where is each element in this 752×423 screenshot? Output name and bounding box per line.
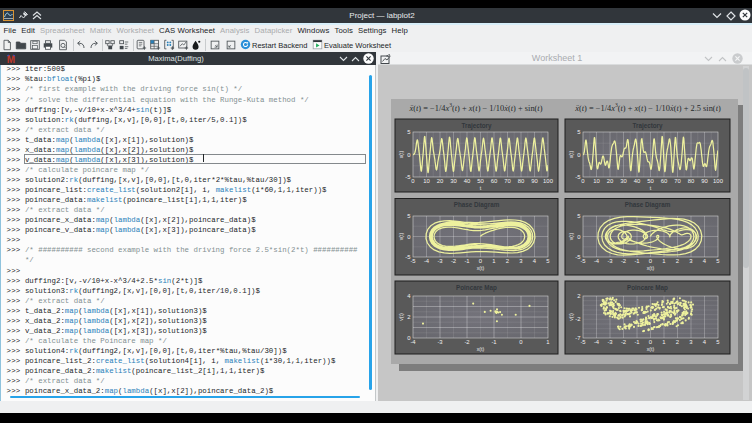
svg-text:-4: -4	[594, 258, 600, 264]
svg-text:-1: -1	[634, 258, 639, 264]
svg-text:100: 100	[713, 178, 724, 184]
svg-text:-1: -1	[491, 339, 496, 345]
svg-text:x(t): x(t)	[477, 265, 485, 271]
svg-text:2: 2	[407, 314, 410, 320]
svg-text:-3: -3	[437, 258, 443, 264]
svg-text:-2: -2	[621, 339, 626, 345]
svg-text:-5: -5	[405, 174, 411, 180]
svg-text:-4: -4	[410, 339, 416, 345]
svg-text:-2: -2	[464, 339, 469, 345]
svg-text:-5: -5	[580, 258, 586, 264]
svg-text:Trajectory: Trajectory	[461, 122, 492, 130]
svg-text:-3: -3	[607, 258, 613, 264]
svg-text:70: 70	[674, 178, 681, 184]
svg-text:Poincare Map: Poincare Map	[456, 284, 497, 292]
svg-text:1: 1	[662, 339, 665, 345]
svg-text:v(t): v(t)	[398, 313, 404, 321]
svg-text:2: 2	[676, 258, 679, 264]
svg-text:2: 2	[506, 258, 509, 264]
svg-text:x(t): x(t)	[398, 150, 404, 158]
svg-text:10: 10	[423, 178, 430, 184]
svg-text:1: 1	[492, 258, 495, 264]
svg-text:2: 2	[577, 293, 580, 299]
svg-text:60: 60	[661, 178, 668, 184]
svg-text:-1: -1	[634, 339, 639, 345]
svg-text:70: 70	[504, 178, 511, 184]
svg-text:-5: -5	[410, 258, 416, 264]
svg-text:-5: -5	[405, 254, 411, 260]
svg-text:-3: -3	[437, 339, 443, 345]
svg-text:-4: -4	[424, 258, 430, 264]
svg-text:80: 80	[518, 178, 525, 184]
svg-text:Phase Diagram: Phase Diagram	[454, 201, 500, 209]
svg-text:2: 2	[676, 339, 679, 345]
svg-text:-5: -5	[580, 339, 586, 345]
svg-text:30: 30	[450, 178, 457, 184]
svg-text:-2: -2	[451, 258, 456, 264]
svg-text:x(t): x(t)	[568, 150, 574, 158]
svg-text:Trajectory: Trajectory	[632, 122, 663, 130]
svg-text:90: 90	[701, 178, 708, 184]
svg-text:1: 1	[546, 339, 549, 345]
svg-text:Phase Diagram: Phase Diagram	[625, 201, 671, 209]
svg-text:v(t): v(t)	[398, 232, 404, 240]
svg-text:-1: -1	[464, 258, 469, 264]
svg-text:-5: -5	[575, 174, 581, 180]
svg-text:-7: -7	[575, 335, 580, 341]
svg-text:-5: -5	[575, 254, 581, 260]
svg-text:30: 30	[620, 178, 627, 184]
svg-text:50: 50	[647, 178, 654, 184]
svg-text:Poincare Map: Poincare Map	[627, 284, 668, 292]
svg-text:100: 100	[543, 178, 554, 184]
svg-text:90: 90	[531, 178, 538, 184]
svg-text:x(t): x(t)	[647, 346, 655, 352]
svg-text:40: 40	[634, 178, 641, 184]
svg-text:-2: -2	[575, 316, 580, 322]
svg-text:x(t): x(t)	[477, 346, 485, 352]
svg-text:20: 20	[607, 178, 614, 184]
svg-text:1: 1	[662, 258, 665, 264]
svg-text:v(t): v(t)	[568, 313, 574, 321]
svg-text:-4: -4	[594, 339, 600, 345]
svg-text:20: 20	[437, 178, 444, 184]
svg-text:80: 80	[688, 178, 695, 184]
svg-text:v(t): v(t)	[568, 232, 574, 240]
svg-text:-3: -3	[607, 339, 613, 345]
svg-text:-2: -2	[621, 258, 626, 264]
svg-text:10: 10	[593, 178, 600, 184]
svg-text:x(t): x(t)	[647, 265, 655, 271]
svg-text:40: 40	[464, 178, 471, 184]
svg-text:50: 50	[477, 178, 484, 184]
svg-text:60: 60	[491, 178, 498, 184]
